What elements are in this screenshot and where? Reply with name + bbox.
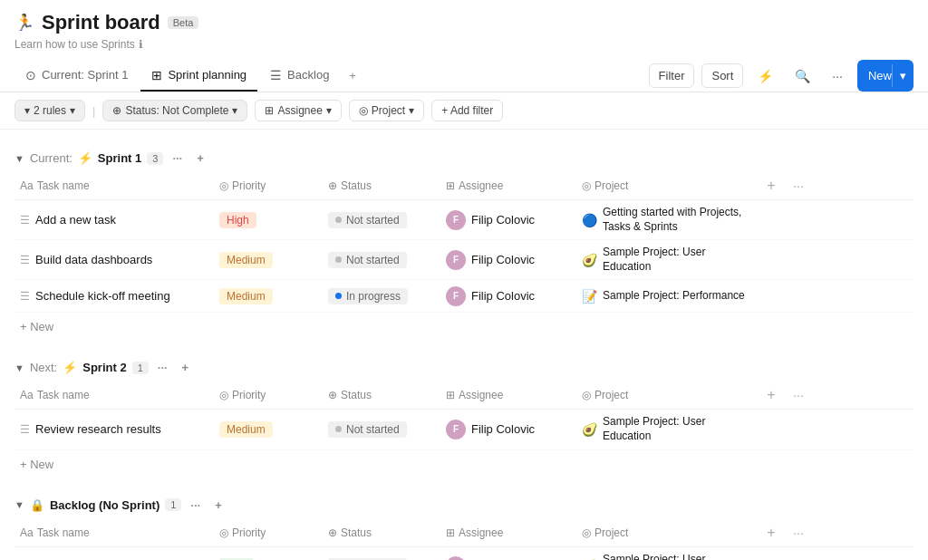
add-column-button[interactable]: + [758,178,785,194]
sprint-add-sprint2[interactable]: + [177,359,195,376]
task-assignee-t4[interactable]: F Filip Colovic [440,416,576,443]
add-task-row-sprint2[interactable]: + New [14,452,914,477]
add-column-button[interactable]: + [758,387,785,403]
filter-assignee[interactable]: ⊞ Assignee ▾ [255,100,341,121]
task-project-t3[interactable]: 📝 Sample Project: Performance [576,285,758,307]
task-project-t5[interactable]: 🥑 Sample Project: User Education [576,549,758,560]
col-task-name: Aa Task name [14,385,214,405]
task-status-t3[interactable]: In progress [323,285,440,308]
tab-current-sprint[interactable]: ⊙ Current: Sprint 1 [14,61,139,92]
task-priority-t5[interactable]: Low [214,555,323,560]
task-status-t5[interactable]: Not started [323,555,440,560]
more-columns-button[interactable]: ··· [785,388,812,402]
task-assignee-t3[interactable]: F Filip Colovic [440,283,576,310]
tab-backlog-label: Backlog [287,68,329,82]
project-icon-t4: 🥑 [582,422,597,437]
add-column-button[interactable]: + [758,525,785,541]
task-project-t4[interactable]: 🥑 Sample Project: User Education [576,411,758,447]
col-assignee-icon: ⊞ [446,389,455,401]
more-columns-button[interactable]: ··· [785,179,812,193]
sprint-icon: 🏃 [14,13,34,33]
sprint-header-backlog[interactable]: ▼ 🔒 Backlog (No Sprint) 1 ··· + [14,491,914,519]
content-area: ▼ Current: ⚡ Sprint 1 3 ··· + Aa Task na… [0,130,928,560]
col-task-name: Aa Task name [14,176,214,196]
search-button[interactable]: 🔍 [788,64,817,88]
task-status-t2[interactable]: Not started [323,248,440,272]
table-row[interactable]: ☰ Scope tooltip project Low Not started … [14,547,914,560]
task-name-t1[interactable]: Add a new task [35,213,116,227]
status-dot-t1 [335,217,342,223]
task-name-t3[interactable]: Schedule kick-off meeting [35,289,170,303]
task-priority-t1[interactable]: High [214,208,323,232]
task-assignee-t5[interactable]: F Filip Colovic [440,553,576,560]
status-dot-t3 [335,293,342,299]
add-tab-button[interactable]: + [342,62,363,90]
table-row[interactable]: ☰ Build data dashboards Medium Not start… [14,240,914,280]
task-name-t4[interactable]: Review research results [35,422,161,436]
more-columns-button[interactable]: ··· [785,526,812,540]
assignee-filter-icon: ⊞ [265,104,274,117]
col-project: ◎ Project [576,523,758,543]
task-icon-t4: ☰ [20,423,30,436]
sprint-prefix-sprint2: Next: [30,361,57,374]
col-priority: ◎ Priority [214,385,323,405]
new-button[interactable]: New ▾ [857,60,914,92]
task-name-t2[interactable]: Build data dashboards [35,253,152,266]
assignee-name-t4: Filip Colovic [471,422,535,436]
col-priority-icon: ◎ [219,526,228,539]
task-status-t4[interactable]: Not started [323,418,440,441]
col-project-icon: ◎ [582,179,591,192]
col-priority-icon: ◎ [219,179,228,192]
filter-button[interactable]: Filter [649,63,695,88]
task-status-t1[interactable]: Not started [323,208,440,232]
task-name-cell-t2: ☰ Build data dashboards [14,249,214,270]
learn-link[interactable]: Learn how to use Sprints [14,38,135,51]
add-filter-button[interactable]: + Add filter [431,100,503,121]
more-button[interactable]: ··· [825,64,850,88]
filter-rules-arrow: ▾ [70,104,75,117]
sprint-dots-backlog[interactable]: ··· [187,497,204,514]
avatar-t1: F [446,210,466,230]
task-priority-t4[interactable]: Medium [214,418,323,441]
assignee-name-t3: Filip Colovic [471,289,535,303]
new-arrow[interactable]: ▾ [892,64,914,87]
avatar-t3: F [446,286,466,306]
filter-rules[interactable]: ▾ 2 rules ▾ [14,100,85,121]
sprint-caret-sprint2: ▼ [14,362,24,373]
tab-sprint-planning[interactable]: ⊞ Sprint planning [140,61,257,92]
sprint-header-sprint2[interactable]: ▼ Next: ⚡ Sprint 2 1 ··· + [14,353,914,381]
col-assignee: ⊞ Assignee [440,385,576,405]
sprint-add-sprint1[interactable]: + [191,150,209,167]
task-icon-t2: ☰ [20,254,30,266]
sprint-dots-sprint1[interactable]: ··· [169,150,186,167]
col-assignee-icon: ⊞ [446,526,455,539]
task-project-t1[interactable]: 🔵 Getting started with Projects, Tasks &… [576,202,758,237]
sprint-icon-backlog: 🔒 [30,498,44,512]
sprint-add-backlog[interactable]: + [209,497,227,514]
filter-status-label: Status: Not Complete [125,104,228,117]
sprint-header-sprint1[interactable]: ▼ Current: ⚡ Sprint 1 3 ··· + [14,144,914,172]
lightning-button[interactable]: ⚡ [750,64,780,88]
table-row[interactable]: ☰ Schedule kick-off meeting Medium In pr… [14,280,914,313]
task-assignee-t1[interactable]: F Filip Colovic [440,207,576,234]
sort-button[interactable]: Sort [701,63,743,88]
task-name-cell-t4: ☰ Review research results [14,419,214,439]
col-task-icon: Aa [20,389,34,401]
task-priority-t2[interactable]: Medium [214,248,323,272]
task-project-t2[interactable]: 🥑 Sample Project: User Education [576,242,758,277]
filter-assignee-arrow: ▾ [326,104,332,117]
tab-backlog[interactable]: ☰ Backlog [259,61,340,92]
table-row[interactable]: ☰ Review research results Medium Not sta… [14,410,914,449]
filter-rules-label: 2 rules [34,104,66,117]
task-assignee-t2[interactable]: F Filip Colovic [440,246,576,274]
filter-project[interactable]: ◎ Project ▾ [349,100,424,121]
filter-status[interactable]: ⊕ Status: Not Complete ▾ [102,100,247,121]
page-title: Sprint board [42,11,160,34]
col-status: ⊕ Status [323,523,440,543]
task-priority-t3[interactable]: Medium [214,285,323,308]
table-row[interactable]: ☰ Add a new task High Not started F Fili… [14,200,914,240]
sprint-dots-sprint2[interactable]: ··· [154,359,171,376]
col-status: ⊕ Status [323,176,440,196]
avatar-t2: F [446,250,466,270]
add-task-row-sprint1[interactable]: + New [14,314,914,339]
